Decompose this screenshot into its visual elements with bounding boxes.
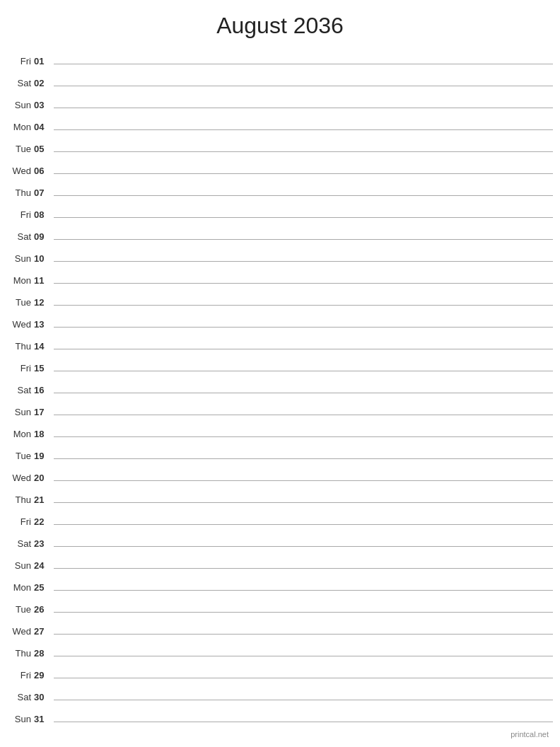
day-row: Sun31 bbox=[7, 704, 553, 726]
day-name: Fri bbox=[7, 363, 34, 374]
day-number: 03 bbox=[34, 100, 54, 110]
day-name: Wed bbox=[7, 166, 34, 176]
day-number: 11 bbox=[34, 275, 54, 286]
day-row: Fri22 bbox=[7, 506, 553, 528]
day-row: Sat02 bbox=[7, 68, 553, 90]
day-name: Wed bbox=[7, 473, 34, 483]
day-number: 08 bbox=[34, 209, 54, 220]
day-name: Tue bbox=[7, 604, 34, 615]
day-name: Thu bbox=[7, 341, 34, 352]
day-row: Tue12 bbox=[7, 287, 553, 309]
day-line bbox=[54, 393, 553, 393]
day-line bbox=[54, 722, 553, 722]
day-name: Mon bbox=[7, 429, 34, 439]
day-number: 07 bbox=[34, 187, 54, 198]
day-number: 02 bbox=[34, 78, 54, 88]
day-number: 21 bbox=[34, 494, 54, 505]
day-line bbox=[54, 458, 553, 459]
day-name: Sun bbox=[7, 714, 34, 724]
day-row: Sun10 bbox=[7, 243, 553, 265]
day-line bbox=[54, 129, 553, 130]
day-row: Tue19 bbox=[7, 441, 553, 463]
day-line bbox=[54, 349, 553, 349]
day-line bbox=[54, 64, 553, 64]
day-line bbox=[54, 371, 553, 371]
day-line bbox=[54, 480, 553, 481]
day-number: 31 bbox=[34, 714, 54, 724]
day-line bbox=[54, 151, 553, 152]
page-title: August 2036 bbox=[0, 0, 560, 46]
day-line bbox=[54, 502, 553, 503]
day-number: 19 bbox=[34, 451, 54, 461]
day-name: Sat bbox=[7, 692, 34, 702]
day-row: Mon11 bbox=[7, 265, 553, 287]
day-number: 10 bbox=[34, 253, 54, 264]
day-row: Wed13 bbox=[7, 309, 553, 331]
day-line bbox=[54, 195, 553, 196]
day-row: Sun17 bbox=[7, 397, 553, 419]
day-line bbox=[54, 173, 553, 174]
day-number: 04 bbox=[34, 122, 54, 132]
day-number: 24 bbox=[34, 560, 54, 571]
day-row: Sat30 bbox=[7, 682, 553, 704]
day-number: 05 bbox=[34, 144, 54, 154]
day-row: Thu07 bbox=[7, 178, 553, 199]
footer-text: printcal.net bbox=[511, 730, 549, 739]
day-name: Mon bbox=[7, 582, 34, 593]
day-number: 15 bbox=[34, 363, 54, 374]
day-row: Mon18 bbox=[7, 419, 553, 441]
day-name: Fri bbox=[7, 516, 34, 527]
day-row: Sun24 bbox=[7, 550, 553, 572]
day-name: Sat bbox=[7, 538, 34, 549]
day-line bbox=[54, 700, 553, 700]
day-number: 29 bbox=[34, 670, 54, 681]
day-number: 18 bbox=[34, 429, 54, 439]
day-number: 17 bbox=[34, 407, 54, 417]
day-line bbox=[54, 546, 553, 547]
day-number: 01 bbox=[34, 56, 54, 66]
day-number: 09 bbox=[34, 231, 54, 242]
day-row: Sun03 bbox=[7, 90, 553, 112]
day-name: Thu bbox=[7, 494, 34, 505]
day-name: Sat bbox=[7, 78, 34, 88]
day-line bbox=[54, 217, 553, 218]
day-row: Sat16 bbox=[7, 375, 553, 397]
day-name: Sun bbox=[7, 407, 34, 417]
day-name: Sat bbox=[7, 231, 34, 242]
day-number: 16 bbox=[34, 385, 54, 395]
day-number: 13 bbox=[34, 319, 54, 330]
day-name: Sun bbox=[7, 100, 34, 110]
day-row: Thu14 bbox=[7, 331, 553, 353]
day-line bbox=[54, 678, 553, 678]
day-line bbox=[54, 524, 553, 525]
day-number: 06 bbox=[34, 166, 54, 176]
day-name: Sun bbox=[7, 560, 34, 571]
day-line bbox=[54, 590, 553, 591]
day-line bbox=[54, 239, 553, 240]
day-line bbox=[54, 415, 553, 415]
day-row: Sat09 bbox=[7, 221, 553, 243]
day-number: 14 bbox=[34, 341, 54, 352]
day-name: Tue bbox=[7, 297, 34, 308]
day-row: Fri29 bbox=[7, 660, 553, 682]
day-line bbox=[54, 86, 553, 86]
day-number: 22 bbox=[34, 516, 54, 527]
day-line bbox=[54, 305, 553, 306]
day-line bbox=[54, 436, 553, 437]
day-line bbox=[54, 656, 553, 656]
day-name: Wed bbox=[7, 319, 34, 330]
day-name: Sun bbox=[7, 253, 34, 264]
day-row: Sat23 bbox=[7, 528, 553, 550]
day-row: Fri01 bbox=[7, 46, 553, 68]
day-name: Fri bbox=[7, 56, 34, 66]
day-number: 12 bbox=[34, 297, 54, 308]
day-row: Fri08 bbox=[7, 199, 553, 221]
day-name: Tue bbox=[7, 144, 34, 154]
day-row: Wed27 bbox=[7, 616, 553, 638]
day-row: Wed20 bbox=[7, 463, 553, 485]
day-name: Fri bbox=[7, 670, 34, 681]
day-number: 20 bbox=[34, 473, 54, 483]
day-line bbox=[54, 612, 553, 613]
day-line bbox=[54, 327, 553, 328]
day-row: Fri15 bbox=[7, 353, 553, 375]
